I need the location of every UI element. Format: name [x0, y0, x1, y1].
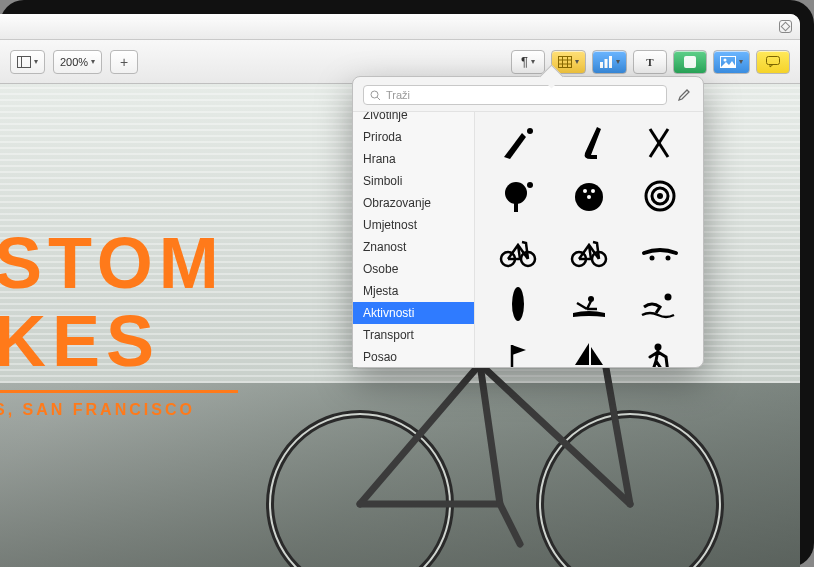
svg-point-12 — [724, 58, 727, 61]
pilcrow-icon: ¶ — [521, 54, 528, 69]
golf-flag-icon[interactable] — [490, 338, 546, 367]
ping-pong-icon[interactable] — [490, 176, 546, 216]
paragraph-style-button[interactable]: ¶ ▾ — [511, 50, 545, 74]
orange-rule — [0, 390, 238, 393]
category-list[interactable]: ŽivotinjePrirodaHranaSimboliObrazovanjeU… — [353, 112, 475, 367]
chevron-down-icon: ▾ — [739, 57, 743, 66]
category-item[interactable]: Osobe — [353, 258, 474, 280]
photo-icon — [720, 56, 736, 68]
target-icon[interactable] — [632, 176, 688, 216]
svg-point-39 — [650, 256, 655, 261]
comment-button[interactable] — [756, 50, 790, 74]
text-icon: T — [646, 56, 653, 68]
svg-line-21 — [377, 97, 380, 100]
svg-point-14 — [270, 414, 450, 567]
category-item[interactable]: Transport — [353, 324, 474, 346]
table-icon — [558, 56, 572, 68]
bicycle-icon[interactable] — [490, 230, 546, 270]
chevron-down-icon: ▾ — [616, 57, 620, 66]
headline-sub: S, SAN FRANCISCO — [0, 401, 238, 419]
category-item[interactable]: Posao — [353, 346, 474, 367]
app-window: ▾ 200% ▾ + ¶ ▾ ▾ ▾ — [0, 14, 800, 567]
svg-point-41 — [512, 287, 524, 321]
view-mode-button[interactable]: ▾ — [10, 50, 45, 74]
search-placeholder: Traži — [386, 89, 410, 101]
skateboard-icon[interactable] — [632, 230, 688, 270]
chevron-down-icon: ▾ — [34, 57, 38, 66]
surfboard-icon[interactable] — [490, 284, 546, 324]
add-page-button[interactable]: + — [110, 50, 138, 74]
chevron-down-icon: ▾ — [575, 57, 579, 66]
headline-line-1: STOM — [0, 224, 238, 302]
hiker-icon[interactable] — [632, 338, 688, 367]
pencil-icon — [677, 88, 691, 102]
category-item[interactable]: Simboli — [353, 170, 474, 192]
svg-rect-0 — [18, 56, 31, 67]
svg-point-31 — [587, 195, 591, 199]
svg-rect-7 — [600, 62, 603, 68]
svg-rect-13 — [767, 56, 780, 64]
shapes-popover: Traži ŽivotinjePrirodaHranaSimboliObrazo… — [352, 76, 704, 368]
headline-line-2: KES — [0, 302, 238, 380]
svg-rect-10 — [684, 56, 696, 68]
search-input[interactable]: Traži — [363, 85, 667, 105]
svg-point-20 — [371, 91, 378, 98]
category-item[interactable]: Životinje — [353, 112, 474, 126]
svg-rect-2 — [559, 56, 572, 67]
hockey-stick-icon[interactable] — [561, 122, 617, 162]
device-frame: ▾ 200% ▾ + ¶ ▾ ▾ ▾ — [0, 0, 814, 567]
svg-point-30 — [591, 189, 595, 193]
svg-point-29 — [583, 189, 587, 193]
cricket-bat-icon[interactable] — [490, 122, 546, 162]
headline-block: STOM KES S, SAN FRANCISCO — [0, 224, 238, 419]
shape-grid[interactable] — [475, 112, 703, 367]
svg-point-34 — [657, 193, 663, 199]
chart-button[interactable]: ▾ — [592, 50, 627, 74]
category-item[interactable]: Znanost — [353, 236, 474, 258]
category-item[interactable]: Hrana — [353, 148, 474, 170]
zoom-value: 200% — [60, 56, 88, 68]
svg-point-22 — [527, 128, 533, 134]
comment-icon — [766, 56, 780, 68]
bowling-icon[interactable] — [561, 176, 617, 216]
category-item[interactable]: Priroda — [353, 126, 474, 148]
bicycle-alt-icon[interactable] — [561, 230, 617, 270]
swimming-icon[interactable] — [632, 284, 688, 324]
search-icon — [370, 90, 381, 101]
chevron-down-icon: ▾ — [91, 57, 95, 66]
svg-rect-8 — [605, 59, 608, 68]
svg-point-25 — [505, 182, 527, 204]
ski-poles-icon[interactable] — [632, 122, 688, 162]
svg-point-27 — [527, 182, 533, 188]
zoom-select[interactable]: 200% ▾ — [53, 50, 102, 74]
category-item[interactable]: Mjesta — [353, 280, 474, 302]
chevron-down-icon: ▾ — [531, 57, 535, 66]
rowing-icon[interactable] — [561, 284, 617, 324]
category-item[interactable]: Aktivnosti — [353, 302, 474, 324]
category-item[interactable]: Obrazovanje — [353, 192, 474, 214]
svg-rect-9 — [609, 56, 612, 68]
svg-rect-26 — [514, 202, 518, 212]
sailboat-icon[interactable] — [561, 338, 617, 367]
category-item[interactable]: Umjetnost — [353, 214, 474, 236]
media-button[interactable]: ▾ — [713, 50, 750, 74]
svg-point-40 — [666, 256, 671, 261]
fullscreen-icon[interactable] — [779, 20, 792, 33]
window-titlebar — [0, 14, 800, 40]
shape-button[interactable] — [673, 50, 707, 74]
square-shape-icon — [683, 55, 697, 69]
text-box-button[interactable]: T — [633, 50, 667, 74]
plus-icon: + — [120, 54, 128, 70]
edit-shape-button[interactable] — [675, 86, 693, 104]
bar-chart-icon — [599, 56, 613, 68]
sidebar-icon — [17, 56, 31, 68]
svg-point-43 — [665, 294, 672, 301]
